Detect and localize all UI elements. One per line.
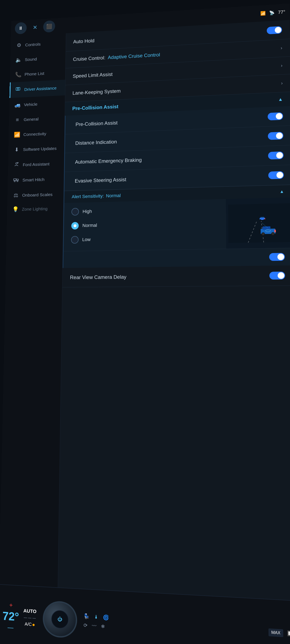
evasive-steering-toggle[interactable]: [268, 171, 284, 179]
sidebar-label-driver-assistance: Driver Assistance: [24, 85, 57, 92]
radio-option-normal[interactable]: Normal: [71, 216, 218, 233]
lane-keeping-chevron: ›: [281, 80, 283, 86]
sidebar-item-vehicle[interactable]: 🚙 Vehicle: [9, 95, 65, 113]
alert-sensitivity-label-group: Alert Sensitivity: Normal: [72, 193, 121, 200]
sidebar-label-smart-hitch: Smart Hitch: [22, 177, 45, 183]
auto-hold-right: [267, 26, 282, 34]
content-area: Auto Hold Cruise Control: Adaptive Cruis…: [58, 20, 290, 601]
general-icon: ≡: [14, 116, 21, 123]
radio-label-low: Low: [82, 237, 91, 242]
smart-hitch-icon: [13, 177, 20, 184]
speed-limit-label: Speed Limit Assist: [73, 72, 113, 79]
rear-view-camera-toggle[interactable]: [269, 272, 285, 280]
svg-rect-24: [274, 230, 275, 230]
climate-auto-section: AUTO — — — A/C: [23, 608, 37, 627]
bottom-toggle[interactable]: [269, 253, 285, 261]
airflow-icon[interactable]: 〰: [92, 623, 97, 629]
wifi-icon: 📶: [260, 11, 265, 16]
sidebar-item-general[interactable]: ≡ General: [9, 110, 65, 128]
pre-collision-assist-label: Pre-Collision Assist: [75, 120, 118, 127]
car-image-area: [226, 197, 290, 249]
sidebar-item-connectivity[interactable]: 📶 Connectivity: [9, 125, 65, 142]
controls-icon: ⚙: [15, 42, 22, 48]
sidebar-item-phone-list[interactable]: 📞 Phone List: [10, 65, 66, 82]
sidebar-label-software-updates: Software Updates: [23, 146, 57, 152]
top-bar-controls: ⏸ ✕ ⬛: [15, 20, 55, 34]
volume-knob[interactable]: ⏻: [42, 600, 77, 639]
sidebar-item-software-updates[interactable]: ⬇ Software Updates: [8, 140, 64, 158]
pre-collision-assist-toggle[interactable]: [268, 112, 283, 120]
auto-hold-label: Auto Hold: [73, 38, 95, 44]
cruise-control-label: Cruise Control:: [73, 55, 106, 62]
temp-plus-button[interactable]: +: [9, 602, 13, 609]
radio-label-normal: Normal: [82, 222, 97, 228]
sidebar-label-onboard-scales: Onboard Scales: [22, 192, 53, 198]
auto-emergency-braking-toggle[interactable]: [268, 151, 283, 160]
cruise-control-right: ›: [280, 45, 282, 51]
svg-text:A: A: [18, 162, 18, 164]
sidebar-item-smart-hitch[interactable]: Smart Hitch: [8, 171, 64, 188]
svg-point-8: [17, 180, 18, 182]
evasive-steering-knob: [276, 172, 283, 178]
sidebar-label-connectivity: Connectivity: [24, 131, 46, 138]
alert-sensitivity-label: Alert Sensitivity:: [72, 194, 104, 200]
pre-collision-section-body: Pre-Collision Assist Distance Indication…: [63, 106, 290, 268]
sidebar: ⚙ Controls 🔈 Sound 📞 Phone List: [0, 33, 66, 587]
max-button[interactable]: MAX: [268, 628, 283, 637]
auto-lines: — — —: [24, 616, 36, 620]
auto-label: AUTO: [23, 608, 36, 614]
cruise-control-label-group: Cruise Control: Adaptive Cruise Control: [73, 52, 160, 62]
driver-assistance-icon: [15, 86, 22, 94]
bottom-toggle-knob: [277, 254, 284, 260]
svg-rect-13: [260, 217, 264, 218]
radio-circle-low: [71, 236, 79, 244]
pre-collision-assist-knob: [276, 113, 282, 120]
lane-keeping-right: ›: [281, 80, 283, 86]
speed-limit-chevron: ›: [281, 63, 282, 68]
radio-option-low[interactable]: Low: [71, 230, 218, 247]
steering-heat-icon[interactable]: 🌡: [94, 614, 99, 620]
climate-icons-group: 💺 🌡 🌀 ⟳ 〰 ❄: [83, 613, 109, 630]
lane-keeping-label: Lane-Keeping System: [72, 88, 121, 96]
ac-indicator: [33, 624, 35, 626]
pre-collision-chevron-up: ▲: [278, 96, 283, 102]
sidebar-item-ford-assistant[interactable]: A Ford Assistant: [8, 156, 64, 173]
software-updates-icon: ⬇: [13, 146, 21, 153]
rear-defrost-icon[interactable]: 🔲: [287, 630, 290, 637]
seat-heat-icon[interactable]: 💺: [84, 613, 90, 620]
defrost-off-icon[interactable]: ❄: [101, 624, 105, 630]
right-icons: MAX 🔲: [268, 628, 290, 638]
ac-label: A/C: [25, 621, 35, 627]
zone-lighting-icon: 💡: [12, 206, 19, 212]
climate-icon-row-top: 💺 🌡 🌀: [84, 613, 109, 621]
rear-view-camera-knob: [277, 272, 284, 279]
pause-button[interactable]: ⏸: [15, 22, 27, 34]
rear-view-camera-label: Rear View Camera Delay: [70, 274, 127, 280]
fan-icon[interactable]: 🌀: [103, 614, 109, 620]
temp-minus-button[interactable]: —: [8, 624, 14, 631]
signal-icon: 📡: [269, 10, 274, 15]
close-button[interactable]: ✕: [29, 21, 41, 34]
sidebar-item-driver-assistance[interactable]: Driver Assistance: [10, 80, 65, 98]
distance-indication-toggle[interactable]: [268, 132, 283, 140]
phone-icon: 📞: [15, 72, 22, 78]
vehicle-icon: 🚙: [14, 102, 21, 108]
sidebar-item-onboard-scales[interactable]: ⚖ Onboard Scales: [7, 186, 64, 203]
climate-icon-row-bottom: ⟳ 〰 ❄: [83, 622, 109, 630]
alert-sensitivity-value: Normal: [106, 193, 121, 199]
svg-point-2: [16, 162, 18, 164]
sync-icon[interactable]: ⟳: [83, 622, 87, 628]
radio-circle-normal: [71, 222, 79, 230]
cast-button[interactable]: ⬛: [43, 20, 55, 33]
radio-circle-high: [72, 208, 79, 216]
svg-rect-18: [262, 226, 270, 230]
distance-indication-label: Distance Indication: [75, 139, 117, 146]
temperature-display: 77°: [278, 9, 285, 15]
rear-view-camera-right: [269, 272, 285, 280]
sidebar-label-sound: Sound: [25, 56, 37, 62]
auto-hold-toggle[interactable]: [267, 26, 282, 34]
sidebar-item-zone-lighting[interactable]: 💡 Zone Lighting: [7, 202, 63, 216]
distance-indication-knob: [276, 132, 283, 139]
climate-temp: + 72° —: [2, 601, 19, 632]
main-container: ⚙ Controls 🔈 Sound 📞 Phone List: [0, 20, 290, 601]
